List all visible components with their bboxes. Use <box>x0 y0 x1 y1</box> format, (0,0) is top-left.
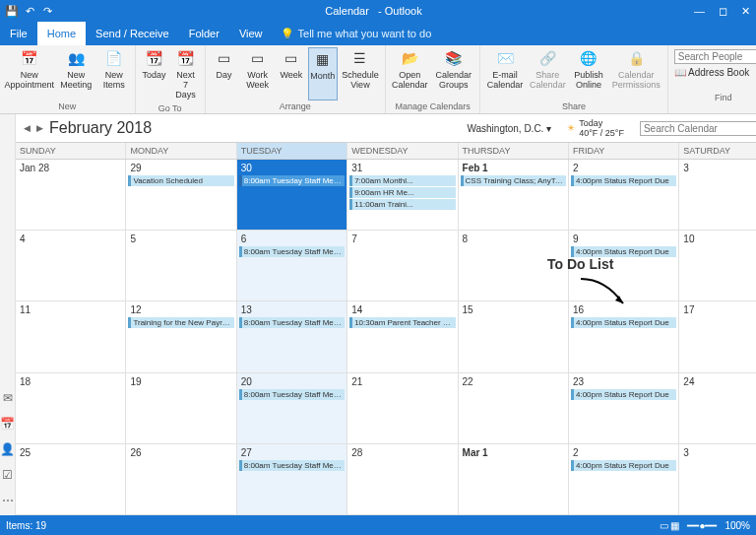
zoom-slider[interactable]: ━━●━━ <box>687 520 717 531</box>
window-close-icon[interactable]: ✕ <box>741 5 750 18</box>
calendar-cell[interactable]: 5 <box>126 231 236 301</box>
calendar-cell[interactable]: 28 <box>347 444 458 514</box>
calendar-event[interactable]: 8:00am Tuesday Staff Meeting; AnyTown Co… <box>239 175 345 186</box>
calendar-cell[interactable]: 29Vacation Scheduled <box>126 160 236 230</box>
today-button[interactable]: 📆Today <box>140 47 169 102</box>
email-calendar-button[interactable]: ✉️E-mail Calendar <box>484 47 526 100</box>
workweek-view-button[interactable]: ▭Work Week <box>241 47 275 100</box>
qat-redo-icon[interactable]: ↷ <box>41 5 53 17</box>
calendar-cell[interactable]: 1410:30am Parent Teacher Conference; The… <box>347 301 458 371</box>
new-appointment-button[interactable]: 📅New Appointment <box>4 47 54 100</box>
window-minimize-icon[interactable]: — <box>694 5 705 18</box>
calendar-cell[interactable]: 68:00am Tuesday Staff Meeting; AnyTown C… <box>237 231 347 301</box>
calendar-cell[interactable]: 11 <box>16 301 126 371</box>
perms-icon: 🔒 <box>626 49 646 69</box>
week-view-button[interactable]: ▭Week <box>277 47 306 100</box>
calendar-cell[interactable]: 234:00pm Status Report Due <box>569 373 679 443</box>
search-calendar-input[interactable] <box>640 121 756 136</box>
calendar-event[interactable]: 7:00am Monthl... <box>349 175 455 186</box>
calendar-cell[interactable]: 317:00am Monthl...9:00am HR Me...11:00am… <box>347 160 458 230</box>
group-goto: 📆Today 📆Next 7 Days Go To <box>136 45 206 113</box>
calendar-groups-button[interactable]: 📚Calendar Groups <box>432 47 476 100</box>
calendar-nav-icon[interactable]: 📅 <box>0 417 15 431</box>
people-nav-icon[interactable]: 👤 <box>0 442 15 456</box>
calendar-cell[interactable]: 10 <box>679 231 756 301</box>
tab-file[interactable]: File <box>0 22 37 45</box>
address-book-button[interactable]: 📖 Address Book <box>674 67 756 78</box>
calendar-event[interactable]: 8:00am Tuesday Staff Meeting; AnyTown Co… <box>239 317 345 328</box>
calendar-event[interactable]: 9:00am HR Me... <box>349 187 455 198</box>
items-count: Items: 19 <box>6 520 46 531</box>
location-label[interactable]: Washington, D.C. ▾ <box>467 123 551 134</box>
calendar-event[interactable]: CSS Training Class; AnyTown Consulting T… <box>461 175 566 186</box>
calendar-event[interactable]: Vacation Scheduled <box>128 175 233 186</box>
schedule-view-button[interactable]: ☰Schedule View <box>340 47 381 100</box>
calendar-cell[interactable]: 308:00am Tuesday Staff Meeting; AnyTown … <box>237 160 347 230</box>
calendar-cell[interactable]: 24:00pm Status Report Due <box>569 444 679 514</box>
calendar-event[interactable]: 4:00pm Status Report Due <box>571 389 676 400</box>
tell-me[interactable]: 💡Tell me what you want to do <box>281 28 432 40</box>
tab-folder[interactable]: Folder <box>179 22 229 45</box>
calendar-event[interactable]: 8:00am Tuesday Staff Meeting; AnyTown Co… <box>239 246 345 257</box>
calendar-permissions-button[interactable]: 🔒Calendar Permissions <box>609 47 663 100</box>
calendar-cell[interactable]: 12Training for the New Payroll System; A… <box>126 301 236 371</box>
next7days-button[interactable]: 📆Next 7 Days <box>171 47 201 102</box>
open-calendar-button[interactable]: 📂Open Calendar <box>390 47 429 100</box>
calendar-event[interactable]: 11:00am Traini... <box>349 199 455 210</box>
calendar-cell[interactable]: 17 <box>679 301 756 371</box>
new-items-button[interactable]: 📄New Items <box>97 47 130 100</box>
tab-view[interactable]: View <box>229 22 273 45</box>
calendar-cell[interactable]: 208:00am Tuesday Staff Meeting; AnyTown … <box>237 373 347 443</box>
calendar-cell[interactable]: 24:00pm Status Report Due <box>569 160 679 230</box>
calendar-cell[interactable]: 18 <box>16 373 126 443</box>
calendar-event[interactable]: 4:00pm Status Report Due <box>571 175 676 186</box>
week-view-icon: ▭ <box>282 49 301 69</box>
qat-undo-icon[interactable]: ↶ <box>24 5 35 17</box>
window-maximize-icon[interactable]: ◻ <box>719 5 727 18</box>
zoom-label: 100% <box>724 520 750 531</box>
calendar-cell[interactable]: 22 <box>459 373 569 443</box>
calendar-cell[interactable]: 138:00am Tuesday Staff Meeting; AnyTown … <box>237 301 347 371</box>
calendar-cell[interactable]: Mar 1 <box>459 444 569 514</box>
calendar-event[interactable]: Training for the New Payroll System; Any… <box>128 317 233 328</box>
calendar-cell[interactable]: 26 <box>126 444 236 514</box>
calendar-cell[interactable]: 4 <box>16 231 126 301</box>
calendar-cell[interactable]: 25 <box>16 444 126 514</box>
calendar-cell[interactable]: 3 <box>679 160 756 230</box>
calendar-cell[interactable]: 19 <box>126 373 236 443</box>
calendar-event[interactable]: 4:00pm Status Report Due <box>571 246 676 257</box>
calendar-cell[interactable]: 164:00pm Status Report Due <box>569 301 679 371</box>
new-meeting-button[interactable]: 👥New Meeting <box>56 47 95 100</box>
calendar-cell[interactable]: 3 <box>679 444 756 514</box>
calendar-event[interactable]: 4:00pm Status Report Due <box>571 460 676 471</box>
tab-send-receive[interactable]: Send / Receive <box>86 22 179 45</box>
calendar-cell[interactable]: 278:00am Tuesday Staff Meeting; AnyTown … <box>237 444 347 514</box>
day-view-button[interactable]: ▭Day <box>210 47 239 100</box>
calendar-cell[interactable]: 21 <box>347 373 458 443</box>
share-calendar-button[interactable]: 🔗Share Calendar <box>528 47 568 100</box>
prev-month-button[interactable]: ◀ <box>24 123 31 133</box>
more-nav-icon[interactable]: ⋯ <box>2 494 14 507</box>
mail-icon[interactable]: ✉ <box>3 391 13 405</box>
calendar-cell[interactable]: Jan 28 <box>16 160 126 230</box>
calendar-cell[interactable]: Feb 1CSS Training Class; AnyTown Consult… <box>459 160 569 230</box>
month-view-button[interactable]: ▦Month <box>308 47 338 100</box>
tab-home[interactable]: Home <box>37 22 86 45</box>
calendar-event[interactable]: 8:00am Tuesday Staff Meeting; AnyTown Co… <box>239 460 345 471</box>
calendar-event[interactable]: 4:00pm Status Report Due <box>571 317 676 328</box>
publish-online-button[interactable]: 🌐Publish Online <box>570 47 607 100</box>
calendar-event[interactable]: 8:00am Tuesday Staff Meeting; AnyTown Co… <box>239 389 345 400</box>
view-buttons[interactable]: ▭ ▦ <box>660 520 680 531</box>
calendar-cell[interactable]: 94:00pm Status Report Due <box>569 231 679 301</box>
calendar-cell[interactable]: 8 <box>459 231 569 301</box>
calendar-cell[interactable]: 15 <box>459 301 569 371</box>
calendar-cell[interactable]: 7 <box>347 231 458 301</box>
month-icon: ▦ <box>313 50 333 70</box>
tasks-nav-icon[interactable]: ☑ <box>2 468 13 482</box>
app-title: Calendar <box>325 5 369 17</box>
calendar-event[interactable]: 10:30am Parent Teacher Conference; The S… <box>349 317 455 328</box>
calendar-cell[interactable]: 24 <box>679 373 756 443</box>
qat-save-icon[interactable]: 💾 <box>6 5 18 17</box>
search-people-input[interactable] <box>674 49 756 64</box>
next-month-button[interactable]: ▶ <box>36 123 43 133</box>
